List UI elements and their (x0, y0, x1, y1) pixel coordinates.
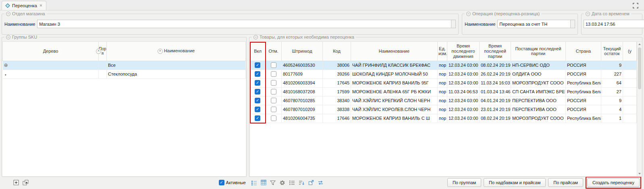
spacer-cell[interactable] (623, 61, 637, 70)
store-lookup-button[interactable] (451, 20, 456, 28)
product-name-cell[interactable]: ЧАЙ ХЭЙЛИС КОРОЛЕВ.СЛОН ЧЕРН (351, 105, 438, 114)
supplier-cell[interactable]: ПЕРСПЕКТИВА ООО (511, 96, 566, 105)
by-prices-button[interactable]: По прайсам (548, 178, 583, 187)
code-cell[interactable]: 38006 (323, 61, 351, 70)
collapse-icon[interactable]: − (586, 12, 590, 16)
product-name-cell[interactable]: ЧАЙ ХЭЙЛИС КРЕПКИЙ СЛОН ЧЕРН (351, 96, 438, 105)
last-batch-cell[interactable]: 08.02.24 20:19 (480, 114, 511, 123)
spacer-cell[interactable] (623, 87, 637, 96)
tab-pereocenka[interactable]: Переоценка × (2, 1, 46, 10)
product-name-cell[interactable]: МОРОЖЕНОЕ КАПРИЗ ВАНИЛЬ С Ш (351, 114, 438, 123)
edit-pencil-icon[interactable] (621, 2, 627, 8)
barcode-cell[interactable]: 4810206003394 (282, 78, 323, 87)
goods-col-header-stock[interactable]: Текущий остаток (601, 42, 623, 61)
mark-checkbox-cell[interactable] (266, 78, 282, 87)
tree-cell[interactable]: ⊕ (3, 61, 99, 70)
incl-checkbox-cell[interactable]: ✓ (250, 70, 266, 78)
goods-row[interactable]: ✓460524600353038006ЧАЙ ГРИНФИЛД КЛАССИК … (250, 61, 637, 70)
export-icon[interactable] (308, 180, 314, 185)
stock-cell[interactable]: 9 (601, 61, 623, 70)
sort-list-icon[interactable] (299, 180, 305, 185)
incl-checkbox-cell[interactable]: ✓ (250, 87, 266, 96)
country-cell[interactable]: РОССИЯ (566, 105, 601, 114)
collapse-icon[interactable]: − (6, 12, 10, 16)
mark-checkbox-cell[interactable] (266, 105, 282, 114)
goods-col-header-code[interactable]: Код (323, 42, 351, 61)
collapse-icon[interactable]: − (6, 35, 10, 39)
scrollbar-thumb[interactable] (638, 47, 641, 89)
code-cell[interactable]: 17645 (323, 78, 351, 87)
collapse-icon[interactable]: − (466, 12, 471, 16)
mark-checkbox-cell[interactable] (266, 87, 282, 96)
goods-row[interactable]: ✓481016803720817599МОРОЖЕНОЕ АЛЕНКА 65Г … (250, 87, 637, 96)
incl-checkbox-cell[interactable]: ✓ (250, 96, 266, 105)
last-batch-cell[interactable]: 11.03.24 16:03 (480, 78, 511, 87)
incl-checkbox-checked-icon[interactable]: ✓ (255, 71, 260, 77)
scroll-up-icon[interactable] (638, 43, 641, 45)
code-cell[interactable]: 39266 (323, 70, 351, 78)
country-cell[interactable]: РОССИЯ (566, 70, 601, 78)
supplier-cell[interactable]: МОРОЗПРОДУКТ СООО (511, 114, 566, 123)
goods-row[interactable]: ✓481020600473517646МОРОЖЕНОЕ КАПРИЗ ВАНИ… (250, 114, 637, 123)
unit-cell[interactable]: пор (438, 78, 447, 87)
stock-cell[interactable]: 227 (601, 70, 623, 78)
country-cell[interactable]: Республика Белар (566, 78, 601, 87)
country-cell[interactable]: Республика Белар (566, 87, 601, 96)
barcode-cell[interactable]: 4810168037208 (282, 87, 323, 96)
active-filter-checkbox[interactable]: ✓ Активные (219, 180, 246, 185)
goods-col-header-lastbatch[interactable]: Время последней партии (480, 42, 511, 61)
mark-checkbox-cell[interactable] (266, 96, 282, 105)
filter-funnel-icon[interactable] (270, 180, 276, 185)
maximize-icon[interactable] (633, 3, 638, 8)
create-revaluation-button[interactable]: Создать переоценку (587, 178, 640, 187)
goods-col-header-lastmove[interactable]: Время последнего движения (447, 42, 480, 61)
unit-cell[interactable]: пор (438, 114, 447, 123)
incl-checkbox-cell[interactable]: ✓ (250, 114, 266, 123)
goods-col-header-mark[interactable]: Отм. (266, 42, 282, 61)
incl-checkbox-checked-icon[interactable]: ✓ (255, 89, 260, 94)
last-batch-cell[interactable]: 04.01.24 20:19 (480, 96, 511, 105)
incl-checkbox-checked-icon[interactable]: ✓ (255, 98, 260, 103)
last-batch-cell[interactable]: 26.02.24 20:19 (480, 70, 511, 78)
sku-col-header-tree[interactable]: Дерево (3, 42, 99, 61)
sku-tree-row[interactable]: ●Стеклопосуда (3, 70, 246, 78)
sku-name-cell[interactable]: Все (107, 61, 246, 70)
add-child-box-icon[interactable] (23, 180, 29, 185)
country-cell[interactable]: РОССИЯ (566, 61, 601, 70)
store-name-input[interactable] (37, 20, 451, 28)
sku-name-cell[interactable]: Стеклопосуда (107, 70, 246, 78)
code-cell[interactable]: 38340 (323, 96, 351, 105)
last-move-cell[interactable]: 12.03.24 03:00 (447, 70, 480, 78)
goods-row[interactable]: ✓8017760939266ШОКОЛАД КИНДЕР МОЛОЧНЫЙ 50… (250, 70, 637, 78)
barcode-cell[interactable]: 4605246003530 (282, 61, 323, 70)
incl-checkbox-checked-icon[interactable]: ✓ (255, 115, 260, 121)
goods-row[interactable]: ✓460780701028538340ЧАЙ ХЭЙЛИС КРЕПКИЙ СЛ… (250, 96, 637, 105)
operation-name-input[interactable] (497, 20, 570, 28)
scroll-down-icon[interactable] (638, 173, 641, 175)
stock-cell[interactable]: 9 (601, 96, 623, 105)
supplier-cell[interactable]: ОЛДИГА ООО (511, 70, 566, 78)
spacer-cell[interactable] (623, 78, 637, 87)
last-batch-cell[interactable]: 23.01.24 20:19 (480, 105, 511, 114)
product-name-cell[interactable]: МОРОЖЕНОЕ АЛЕНКА 65Г РБ ЮККИ (351, 87, 438, 96)
list-view-icon[interactable] (251, 180, 257, 185)
stock-cell[interactable]: 4 (601, 105, 623, 114)
supplier-cell[interactable]: МОРОЗПРОДУКТ СООО (511, 78, 566, 87)
mark-checkbox-unchecked-icon[interactable] (271, 107, 276, 112)
goods-col-header-supplier[interactable]: Поставщик последней партии (511, 42, 566, 61)
code-cell[interactable]: 17646 (323, 114, 351, 123)
incl-checkbox-cell[interactable]: ✓ (250, 61, 266, 70)
mark-checkbox-cell[interactable] (266, 61, 282, 70)
vertical-scrollbar[interactable] (637, 42, 642, 176)
filter-lines-icon[interactable] (4, 180, 10, 185)
stock-cell[interactable]: 64 (601, 78, 623, 87)
checkbox-checked-icon[interactable]: ✓ (219, 180, 224, 185)
incl-checkbox-checked-icon[interactable]: ✓ (255, 107, 260, 112)
spacer-cell[interactable] (623, 105, 637, 114)
barcode-cell[interactable]: 4810206004735 (282, 114, 323, 123)
goods-col-header-unit[interactable]: Ед. изм. (438, 42, 447, 61)
mark-checkbox-cell[interactable] (266, 114, 282, 123)
stock-cell[interactable]: 27 (601, 87, 623, 96)
goods-row[interactable]: ✓481020600339417645МОРОЖЕНОЕ КАПРИЗ ВАНИ… (250, 78, 637, 87)
country-cell[interactable]: Республика Белар (566, 114, 601, 123)
